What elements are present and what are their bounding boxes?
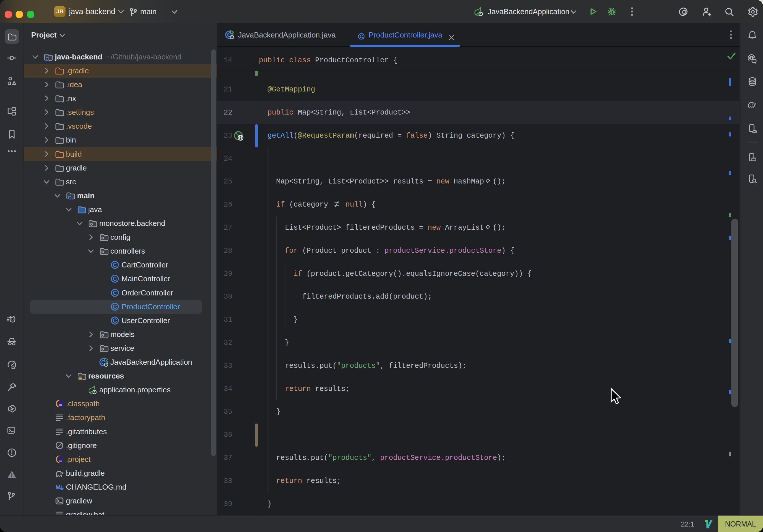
svg-text:C: C (113, 303, 117, 310)
svg-text:C: C (113, 290, 117, 296)
svg-text:C: C (113, 276, 117, 282)
svg-text:C: C (113, 262, 117, 268)
svg-text:M: M (55, 483, 60, 491)
svg-text:C: C (113, 317, 117, 324)
svg-text:C: C (360, 34, 363, 39)
